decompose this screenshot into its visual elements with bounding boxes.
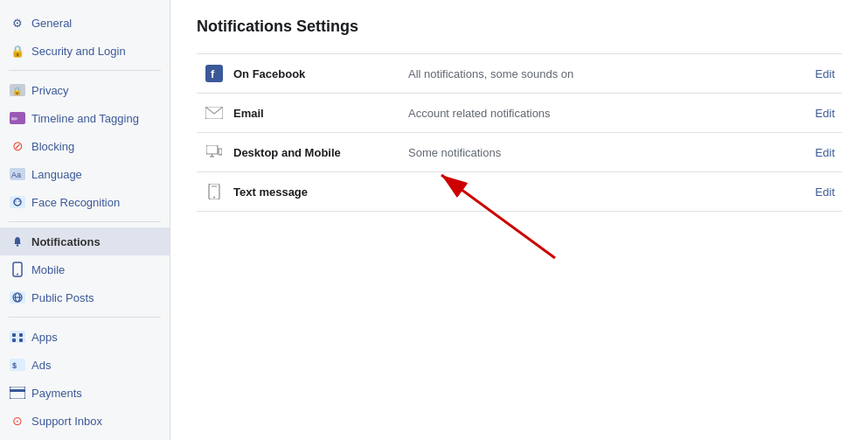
svg-rect-25 — [10, 387, 25, 399]
text-message-edit[interactable]: Edit — [807, 185, 835, 199]
svg-rect-19 — [12, 333, 16, 337]
gear-icon: ⚙ — [9, 14, 26, 31]
svg-point-38 — [213, 197, 215, 199]
sidebar-item-face[interactable]: Face Recognition — [0, 188, 170, 216]
sidebar-label-language: Language — [31, 168, 82, 181]
sidebar-item-apps[interactable]: Apps — [0, 323, 170, 351]
mobile-icon — [9, 261, 26, 278]
publicposts-icon — [9, 289, 26, 306]
sidebar-label-payments: Payments — [31, 387, 82, 400]
sidebar-item-notifications[interactable]: Notifications — [0, 227, 170, 255]
notifications-icon — [9, 233, 26, 250]
settings-row-text-message: Text message Edit — [197, 171, 842, 212]
svg-rect-21 — [12, 339, 16, 342]
sidebar-label-privacy: Privacy — [31, 84, 69, 97]
sidebar-label-blocking: Blocking — [31, 140, 74, 153]
sidebar-item-privacy[interactable]: 🔒 Privacy — [0, 76, 170, 104]
support-icon: ⊙ — [9, 412, 26, 430]
language-icon: Aa — [9, 165, 26, 183]
on-facebook-description: All notifications, some sounds on — [408, 67, 807, 80]
on-facebook-edit[interactable]: Edit — [807, 67, 835, 80]
desktop-mobile-label: Desktop and Mobile — [233, 146, 408, 159]
sidebar-item-mobile[interactable]: Mobile — [0, 255, 170, 283]
sidebar-label-apps: Apps — [31, 331, 58, 344]
email-label: Email — [233, 107, 408, 120]
svg-point-13 — [17, 274, 18, 276]
svg-point-36 — [219, 154, 220, 155]
sidebar-label-publicposts: Public Posts — [31, 291, 94, 304]
sidebar-item-timeline[interactable]: ✏ Timeline and Tagging — [0, 104, 170, 132]
settings-row-email: Email Account related notifications Edit — [197, 93, 842, 132]
sidebar-label-timeline: Timeline and Tagging — [31, 112, 139, 125]
svg-point-9 — [18, 200, 20, 202]
email-edit[interactable]: Edit — [807, 107, 835, 120]
sidebar-divider-3 — [9, 317, 161, 318]
svg-rect-6 — [10, 196, 25, 208]
face-icon — [9, 193, 26, 211]
svg-rect-32 — [206, 145, 218, 154]
sidebar-item-language[interactable]: Aa Language — [0, 160, 170, 188]
page-title: Notifications Settings — [197, 17, 842, 36]
sidebar-item-general[interactable]: ⚙ General — [0, 9, 170, 37]
sidebar-item-publicposts[interactable]: Public Posts — [0, 283, 170, 311]
sidebar-label-face: Face Recognition — [31, 196, 120, 209]
facebook-row-icon: f — [204, 65, 225, 82]
ads-icon: $ — [9, 356, 26, 374]
svg-rect-20 — [19, 333, 23, 337]
sidebar-label-mobile: Mobile — [31, 263, 65, 276]
svg-text:🔒: 🔒 — [12, 86, 23, 96]
svg-point-8 — [15, 200, 17, 202]
sms-row-icon — [204, 183, 225, 200]
sidebar-item-ads[interactable]: $ Ads — [0, 351, 170, 379]
settings-row-desktop-mobile: Desktop and Mobile Some notifications Ed… — [197, 132, 842, 171]
sidebar-item-payments[interactable]: Payments — [0, 379, 170, 407]
sidebar-item-support[interactable]: ⊙ Support Inbox — [0, 407, 170, 435]
apps-icon — [9, 328, 26, 346]
settings-row-on-facebook: f On Facebook All notifications, some so… — [197, 53, 842, 93]
sidebar-item-videos[interactable]: Videos — [0, 435, 170, 440]
blocking-icon: ⊘ — [9, 137, 26, 155]
desktop-mobile-description: Some notifications — [408, 146, 807, 159]
svg-rect-18 — [10, 331, 25, 343]
main-content: Notifications Settings f On Facebook All… — [170, 0, 868, 229]
payments-icon — [9, 384, 26, 402]
on-facebook-label: On Facebook — [233, 67, 408, 80]
svg-text:f: f — [211, 67, 215, 80]
sidebar-label-general: General — [31, 17, 72, 30]
desktop-mobile-edit[interactable]: Edit — [807, 146, 835, 159]
timeline-icon: ✏ — [9, 109, 26, 127]
sidebar: ⚙ General 🔒 Security and Login 🔒 Privacy… — [0, 0, 170, 440]
text-message-label: Text message — [233, 185, 408, 199]
sidebar-label-security: Security and Login — [31, 45, 126, 58]
sidebar-label-support: Support Inbox — [31, 415, 102, 428]
svg-text:$: $ — [12, 361, 17, 370]
main-wrapper: Notifications Settings f On Facebook All… — [170, 0, 868, 440]
sidebar-divider-1 — [9, 70, 161, 71]
privacy-icon: 🔒 — [9, 81, 26, 99]
sidebar-label-notifications: Notifications — [31, 235, 101, 248]
sidebar-item-security[interactable]: 🔒 Security and Login — [0, 37, 170, 65]
sidebar-item-blocking[interactable]: ⊘ Blocking — [0, 132, 170, 160]
shield-icon: 🔒 — [9, 42, 26, 59]
sidebar-divider-2 — [9, 221, 161, 222]
sidebar-label-ads: Ads — [31, 359, 51, 372]
email-description: Account related notifications — [408, 107, 807, 120]
svg-text:✏: ✏ — [11, 115, 18, 123]
svg-point-11 — [17, 244, 18, 246]
svg-text:Aa: Aa — [11, 171, 21, 179]
email-row-icon — [204, 104, 225, 122]
desktop-row-icon — [204, 143, 225, 161]
svg-rect-26 — [10, 389, 25, 392]
svg-rect-22 — [19, 339, 23, 342]
